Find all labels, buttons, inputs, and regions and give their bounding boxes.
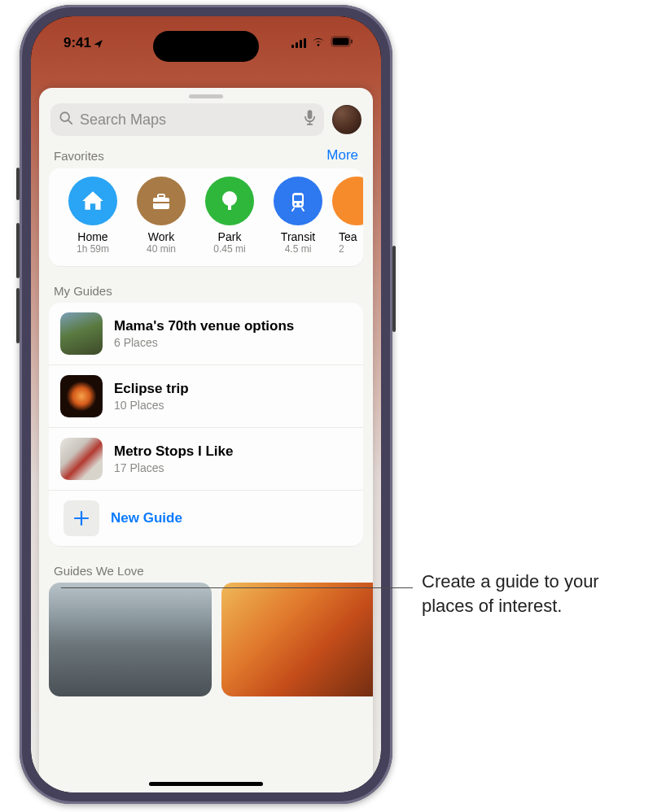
favorite-sub: 0.45 mi bbox=[213, 243, 245, 255]
favorites-more-link[interactable]: More bbox=[326, 147, 358, 164]
maps-panel[interactable]: Search Maps Favorites More bbox=[39, 88, 373, 792]
svg-point-15 bbox=[295, 203, 297, 206]
home-indicator[interactable] bbox=[149, 782, 263, 786]
guide-thumbnail bbox=[60, 375, 103, 417]
favorite-work[interactable]: Work 40 min bbox=[127, 177, 195, 255]
panel-grabber[interactable] bbox=[189, 94, 223, 98]
love-guide-card[interactable] bbox=[49, 583, 212, 696]
battery-icon bbox=[331, 36, 353, 50]
favorite-sub: 1h 59m bbox=[77, 243, 109, 255]
favorite-label: Park bbox=[218, 230, 242, 243]
home-icon bbox=[68, 177, 117, 225]
svg-rect-9 bbox=[158, 194, 164, 198]
guide-thumbnail bbox=[60, 438, 103, 480]
favorites-card: Home 1h 59m Work 40 min bbox=[49, 168, 363, 266]
favorite-label: Home bbox=[77, 230, 107, 243]
transit-icon bbox=[274, 177, 322, 225]
guide-row[interactable]: Mama's 70th venue options 6 Places bbox=[49, 303, 363, 365]
favorite-sub: 40 min bbox=[147, 243, 176, 255]
svg-rect-12 bbox=[228, 203, 231, 210]
screen: 9:41 bbox=[31, 16, 381, 792]
favorite-park[interactable]: Park 0.45 mi bbox=[195, 177, 264, 255]
guide-row[interactable]: Metro Stops I Like 17 Places bbox=[49, 428, 363, 491]
guide-sub: 6 Places bbox=[114, 336, 294, 349]
favorites-scroll[interactable]: Home 1h 59m Work 40 min bbox=[49, 168, 363, 266]
guide-title: Metro Stops I Like bbox=[114, 443, 233, 460]
svg-line-4 bbox=[68, 120, 72, 124]
callout-text: Create a guide to your places of interes… bbox=[422, 570, 654, 618]
mute-switch bbox=[16, 168, 20, 200]
power-button bbox=[392, 246, 396, 332]
my-guides-header-label: My Guides bbox=[54, 284, 112, 298]
favorite-sub: 4.5 mi bbox=[285, 243, 312, 255]
favorites-header-label: Favorites bbox=[54, 149, 104, 163]
svg-point-16 bbox=[300, 203, 302, 206]
svg-rect-1 bbox=[333, 38, 349, 46]
time-text: 9:41 bbox=[64, 35, 91, 51]
svg-point-3 bbox=[60, 112, 69, 121]
favorite-sub: 2 bbox=[339, 243, 344, 255]
guide-title: Eclipse trip bbox=[114, 381, 189, 397]
guides-we-love-scroll[interactable] bbox=[39, 583, 373, 696]
guide-sub: 17 Places bbox=[114, 461, 233, 474]
profile-avatar[interactable] bbox=[332, 105, 361, 134]
favorites-header: Favorites More bbox=[39, 144, 373, 168]
volume-up bbox=[16, 223, 20, 278]
favorite-label: Tea bbox=[339, 230, 357, 243]
wifi-icon bbox=[311, 36, 326, 50]
new-guide-label: New Guide bbox=[111, 510, 182, 526]
svg-rect-10 bbox=[153, 202, 169, 203]
new-guide-plus-icon[interactable] bbox=[64, 500, 99, 536]
love-guide-card[interactable] bbox=[221, 583, 373, 696]
guides-we-love-label: Guides We Love bbox=[54, 564, 144, 578]
dynamic-island bbox=[153, 31, 259, 62]
guides-we-love-header: Guides We Love bbox=[39, 561, 373, 583]
cup-icon bbox=[332, 177, 363, 225]
phone-frame: 9:41 bbox=[20, 5, 392, 804]
search-field[interactable]: Search Maps bbox=[50, 103, 324, 136]
favorite-tea[interactable]: Tea 2 bbox=[332, 177, 363, 255]
briefcase-icon bbox=[137, 177, 186, 225]
guide-sub: 10 Places bbox=[114, 399, 189, 412]
status-time: 9:41 bbox=[64, 35, 104, 51]
search-placeholder: Search Maps bbox=[80, 111, 166, 129]
new-guide-row[interactable]: New Guide bbox=[49, 491, 363, 546]
favorite-label: Transit bbox=[281, 230, 315, 243]
svg-rect-14 bbox=[294, 195, 302, 201]
phone-inner: 9:41 bbox=[31, 16, 381, 792]
volume-down bbox=[16, 288, 20, 343]
search-icon bbox=[59, 111, 73, 129]
microphone-icon[interactable] bbox=[304, 109, 316, 130]
tree-icon bbox=[205, 177, 254, 225]
svg-rect-5 bbox=[308, 110, 313, 119]
my-guides-header: My Guides bbox=[39, 281, 373, 303]
favorite-transit[interactable]: Transit 4.5 mi bbox=[264, 177, 332, 255]
svg-rect-2 bbox=[351, 40, 353, 44]
guide-title: Mama's 70th venue options bbox=[114, 318, 294, 334]
favorite-label: Work bbox=[148, 230, 174, 243]
favorite-home[interactable]: Home 1h 59m bbox=[59, 177, 127, 255]
cellular-icon bbox=[291, 38, 306, 48]
callout-line bbox=[61, 587, 413, 588]
my-guides-card: Mama's 70th venue options 6 Places Eclip… bbox=[49, 303, 363, 546]
guide-thumbnail bbox=[60, 312, 103, 355]
guide-row[interactable]: Eclipse trip 10 Places bbox=[49, 365, 363, 428]
location-arrow-icon bbox=[93, 37, 104, 49]
